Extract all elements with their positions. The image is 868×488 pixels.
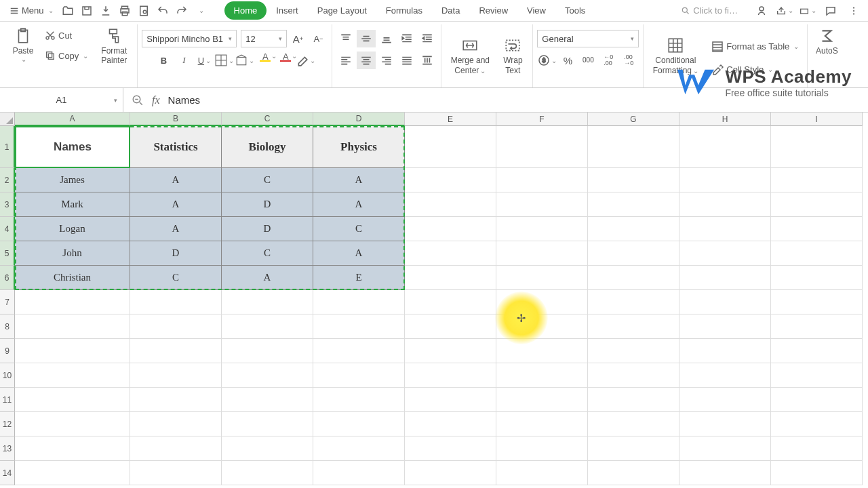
row-header-6[interactable]: 6	[0, 266, 15, 290]
cell-fill-button[interactable]: ⌄	[235, 52, 254, 69]
cell-I9[interactable]	[771, 339, 863, 363]
column-header-B[interactable]: B	[130, 113, 222, 126]
cell-B3[interactable]: A	[130, 192, 222, 217]
cell-H7[interactable]	[679, 290, 771, 314]
column-header-C[interactable]: C	[222, 113, 313, 126]
cell-D10[interactable]	[313, 363, 405, 388]
cell-C11[interactable]	[222, 388, 313, 412]
column-header-I[interactable]: I	[771, 113, 863, 126]
decrease-decimal-icon[interactable]: ←0.00	[599, 52, 618, 69]
comment-icon[interactable]	[822, 2, 840, 20]
row-header-13[interactable]: 13	[0, 436, 15, 461]
cell-D5[interactable]: A	[313, 241, 405, 266]
cell-E1[interactable]	[405, 126, 496, 168]
cell-F2[interactable]	[496, 168, 588, 192]
increase-decimal-icon[interactable]: .00→0	[619, 52, 638, 69]
cell-G13[interactable]	[588, 436, 679, 461]
cell-E3[interactable]	[405, 192, 496, 217]
currency-icon[interactable]: $⌄	[538, 52, 557, 69]
cell-G3[interactable]	[588, 192, 679, 217]
cell-D3[interactable]: A	[313, 192, 405, 217]
cell-C12[interactable]	[222, 412, 313, 436]
cell-F6[interactable]	[496, 266, 588, 290]
tab-home[interactable]: Home	[224, 1, 267, 20]
row-header-14[interactable]: 14	[0, 461, 15, 485]
column-header-D[interactable]: D	[313, 113, 405, 126]
cell-C9[interactable]	[222, 339, 313, 363]
cell-C4[interactable]: D	[222, 217, 313, 241]
cell-H4[interactable]	[679, 217, 771, 241]
cell-C13[interactable]	[222, 436, 313, 461]
column-header-E[interactable]: E	[405, 113, 496, 126]
cell-F13[interactable]	[496, 436, 588, 461]
open-icon[interactable]	[59, 2, 77, 20]
cell-E8[interactable]	[405, 314, 496, 339]
cell-I2[interactable]	[771, 168, 863, 192]
autosum-button[interactable]: AutoS	[812, 24, 842, 58]
cell-C6[interactable]: A	[222, 266, 313, 290]
align-left-icon[interactable]	[336, 52, 355, 69]
print-preview-icon[interactable]	[135, 2, 153, 20]
cell-A10[interactable]	[15, 363, 130, 388]
cell-G14[interactable]	[588, 461, 679, 485]
format-as-table-button[interactable]: Format as Table⌄	[707, 38, 803, 56]
cell-E10[interactable]	[405, 363, 496, 388]
row-header-10[interactable]: 10	[0, 363, 15, 388]
cell-B2[interactable]: A	[130, 168, 222, 192]
number-format-select[interactable]: General▾	[537, 30, 639, 47]
copy-button[interactable]: Copy⌄	[41, 47, 92, 64]
cell-E2[interactable]	[405, 168, 496, 192]
cell-H5[interactable]	[679, 241, 771, 266]
cell-G8[interactable]	[588, 314, 679, 339]
cell-E14[interactable]	[405, 461, 496, 485]
cell-A7[interactable]	[15, 290, 130, 314]
cell-H11[interactable]	[679, 388, 771, 412]
cell-C3[interactable]: D	[222, 192, 313, 217]
row-header-7[interactable]: 7	[0, 290, 15, 314]
cell-G5[interactable]	[588, 241, 679, 266]
bold-button[interactable]: B	[154, 52, 173, 69]
decrease-font-icon[interactable]: A−	[309, 30, 328, 47]
cell-D11[interactable]	[313, 388, 405, 412]
row-header-8[interactable]: 8	[0, 314, 15, 339]
sync-icon[interactable]	[753, 2, 770, 20]
cell-B6[interactable]: C	[130, 266, 222, 290]
cell-F9[interactable]	[496, 339, 588, 363]
align-center-icon[interactable]	[357, 52, 376, 69]
cell-I5[interactable]	[771, 241, 863, 266]
cell-A11[interactable]	[15, 388, 130, 412]
tab-insert[interactable]: Insert	[267, 1, 308, 20]
align-right-icon[interactable]	[377, 52, 396, 69]
row-header-9[interactable]: 9	[0, 339, 15, 363]
cell-D14[interactable]	[313, 461, 405, 485]
select-all-corner[interactable]	[0, 113, 15, 126]
cell-E7[interactable]	[405, 290, 496, 314]
row-header-4[interactable]: 4	[0, 217, 15, 241]
row-header-5[interactable]: 5	[0, 241, 15, 266]
cell-E4[interactable]	[405, 217, 496, 241]
align-top-icon[interactable]	[336, 30, 355, 47]
redo-icon[interactable]	[173, 2, 191, 20]
tab-tools[interactable]: Tools	[555, 1, 595, 20]
cell-A12[interactable]	[15, 412, 130, 436]
cell-C14[interactable]	[222, 461, 313, 485]
cell-H3[interactable]	[679, 192, 771, 217]
cell-B10[interactable]	[130, 363, 222, 388]
cell-E5[interactable]	[405, 241, 496, 266]
cell-G2[interactable]	[588, 168, 679, 192]
cell-D7[interactable]	[313, 290, 405, 314]
border-button[interactable]: ⌄	[215, 52, 234, 69]
cell-H1[interactable]	[679, 126, 771, 168]
cell-A8[interactable]	[15, 314, 130, 339]
share-icon[interactable]: ⌄	[776, 2, 793, 20]
cell-C1[interactable]: Biology	[222, 126, 313, 168]
cell-D13[interactable]	[313, 436, 405, 461]
percent-icon[interactable]: %	[558, 52, 577, 69]
cell-I10[interactable]	[771, 363, 863, 388]
cell-H2[interactable]	[679, 168, 771, 192]
tab-page-layout[interactable]: Page Layout	[308, 1, 376, 20]
cell-C10[interactable]	[222, 363, 313, 388]
tab-data[interactable]: Data	[432, 1, 469, 20]
align-middle-icon[interactable]	[357, 30, 376, 47]
name-box[interactable]: A1 ▾	[0, 88, 123, 112]
